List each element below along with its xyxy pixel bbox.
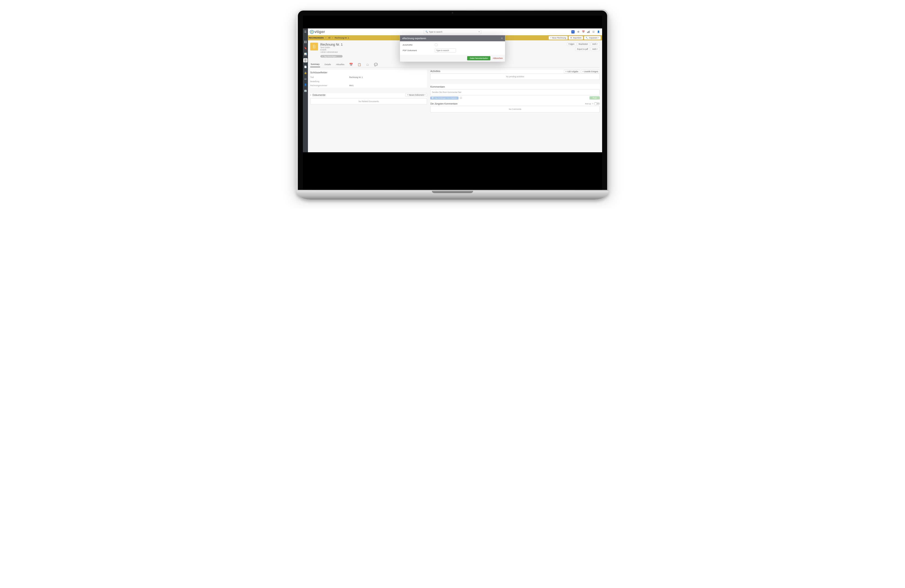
zugferd-checkbox[interactable] [435, 44, 437, 46]
pdf-document-search[interactable]: 🔍 [435, 48, 456, 52]
logo-icon [310, 30, 314, 34]
rail-folder-icon[interactable]: 🗂 [304, 77, 307, 80]
kv-title-value: Rechnung Nr. 1 [349, 76, 363, 78]
activities-empty: No pending activities [430, 73, 600, 80]
customize-button[interactable]: 🔧Anpassen▾ [584, 36, 601, 40]
screen-content: ☰ vtiger 🔍 ▾ 4 [303, 16, 602, 190]
add-event-button[interactable]: +erstelle Ereignis [581, 70, 600, 73]
add-tag-button[interactable]: +Tag Hinzufügen [320, 55, 343, 57]
rail-document-icon[interactable]: 📄 [304, 65, 307, 68]
header-action-bar: +Neue Rechnung ⬆Importiere 🔧Anpassen▾ [549, 35, 601, 40]
export-pdf-button[interactable]: Export to pdf [575, 47, 589, 51]
pdf-search-input[interactable] [435, 49, 456, 52]
kv-order-label: Bestellung [310, 80, 349, 82]
edit-button[interactable]: Bearbeiten [577, 42, 590, 46]
cancel-button[interactable]: Abbrechen [493, 57, 503, 59]
topbar-right-icons: 4 ⚙ 📅 ☑ 👤 [569, 30, 602, 33]
rollup-label: Roll-up [585, 103, 591, 105]
customize-label: Anpassen [589, 37, 597, 39]
laptop-base [297, 191, 608, 200]
import-label: Importiere [573, 37, 581, 39]
laptop-frame: ☰ vtiger 🔍 ▾ 4 [297, 9, 608, 200]
plus-icon: + [322, 55, 323, 57]
kv-number-label: Rechnungsnummer [310, 84, 349, 87]
chevron-down-icon: ▾ [597, 43, 598, 45]
left-rail: 🔖 📊 📄 🔒 🗂 👤 🏢 [303, 35, 308, 152]
calendar-icon[interactable]: 📅 [582, 30, 585, 33]
hamburger-menu-button[interactable]: ☰ [303, 29, 308, 35]
close-icon[interactable]: × [501, 37, 503, 40]
tab-comment-icon[interactable]: 💬 [374, 63, 378, 66]
plus-icon: + [550, 37, 551, 39]
kv-number-value: INV1 [349, 84, 354, 87]
chevron-down-icon[interactable]: ▾ [310, 94, 311, 96]
breadcrumb-all[interactable]: All [327, 37, 331, 39]
brand-logo[interactable]: vtiger [308, 30, 327, 34]
app-viewport: ☰ vtiger 🔍 ▾ 4 [303, 29, 602, 152]
export-modal: eRechnung exportieren × ZUGFeRD PDF Doku… [400, 35, 505, 62]
help-icon[interactable]: ? [592, 103, 593, 105]
gear-icon[interactable]: ⚙ [577, 30, 580, 33]
comments-panel: Kommentare Senden Sie Ihren Kommentar hi… [430, 84, 600, 113]
post-comment-button[interactable]: Post [589, 96, 600, 100]
module-name[interactable]: RECHNUNGEN [308, 37, 325, 39]
notification-badge[interactable]: 4 [572, 30, 575, 33]
tab-updates[interactable]: Aktuelles [335, 62, 345, 67]
chevron-down-icon[interactable]: ▾ [479, 31, 479, 33]
reports-icon[interactable] [587, 30, 590, 33]
laptop-bezel: ☰ vtiger 🔍 ▾ 4 [297, 9, 608, 191]
new-document-label: Neues Dokument [409, 94, 424, 96]
more-button[interactable]: mehr ▾ [591, 42, 600, 46]
documents-heading: Dokumente [313, 94, 325, 96]
rail-building-icon[interactable]: 🏢 [304, 89, 307, 92]
record-title: Rechnung Nr. 1 [320, 43, 343, 46]
new-document-button[interactable]: +Neues Dokument▾ [405, 93, 427, 97]
download-button[interactable]: Datei herunterladen [467, 56, 491, 60]
zugferd-label: ZUGFeRD [403, 44, 435, 46]
import-button[interactable]: ⬆Importiere [568, 36, 583, 40]
search-icon: 🔍 [426, 31, 428, 33]
tab-calendar-icon[interactable]: 📅 [349, 63, 353, 66]
plus-icon: + [407, 94, 408, 96]
tab-details[interactable]: Details [324, 62, 332, 67]
comments-empty: No Comments [430, 106, 600, 113]
global-search-input[interactable] [428, 31, 479, 33]
follow-button[interactable]: Folgen [567, 42, 576, 46]
rail-contact-icon[interactable] [303, 58, 308, 62]
rail-bookmark-icon[interactable]: 🔖 [304, 46, 307, 49]
user-icon[interactable]: 👤 [597, 30, 600, 33]
rail-dashboard-icon[interactable] [304, 40, 307, 44]
tab-clipboard-icon[interactable]: 📋 [357, 63, 361, 66]
new-invoice-button[interactable]: +Neue Rechnung [549, 36, 568, 40]
chevron-down-icon: ▾ [598, 37, 599, 39]
recent-comments-heading: Die Jüngsten Kommentare [430, 103, 457, 105]
plus-icon: + [565, 70, 567, 73]
record-org[interactable]: Test GmbH [320, 46, 343, 49]
rollup-toggle[interactable]: OFF [594, 102, 600, 105]
svg-point-8 [305, 60, 306, 60]
more-button-2[interactable]: mehr ▾ [591, 47, 600, 51]
checkbox-icon[interactable]: ☑ [592, 30, 595, 33]
tab-summary[interactable]: Summary [310, 62, 320, 67]
record-meta: Rechnung Nr. 1 Test GmbH Erstellt Admin … [320, 43, 343, 57]
svg-rect-3 [304, 41, 305, 42]
record-actions: Folgen Bearbeiten mehr ▾ Export to pdf m… [567, 42, 600, 51]
topbar: ☰ vtiger 🔍 ▾ 4 [303, 29, 602, 35]
kv-order: Bestellung [310, 79, 427, 84]
add-task-button[interactable]: +Add Aufgabe [564, 70, 580, 73]
svg-rect-5 [304, 42, 305, 43]
global-search[interactable]: 🔍 ▾ [424, 30, 481, 34]
modal-title: eRechnung exportieren [402, 37, 426, 40]
attach-files-button[interactable]: 🖼Das Anhängen Von Dateien [430, 97, 458, 100]
info-icon[interactable]: ⓘ [460, 97, 462, 100]
rail-chart-icon[interactable]: 📊 [304, 52, 307, 55]
tab-stack-icon[interactable]: 🗂 [365, 63, 370, 66]
wrench-icon: 🔧 [586, 37, 588, 39]
rail-user-icon[interactable]: 👤 [304, 83, 307, 86]
rail-lock-icon[interactable]: 🔒 [304, 71, 307, 74]
comment-input[interactable]: Senden Sie Ihren Kommentar hier [430, 89, 600, 95]
laptop-inner: ☰ vtiger 🔍 ▾ 4 [298, 11, 607, 190]
modal-body: ZUGFeRD PDF Dokument 🔍 [400, 41, 505, 55]
left-column: Schlüsselfelder TitelRechnung Nr. 1 Best… [310, 70, 427, 113]
record-status: Erstellt [320, 49, 343, 51]
